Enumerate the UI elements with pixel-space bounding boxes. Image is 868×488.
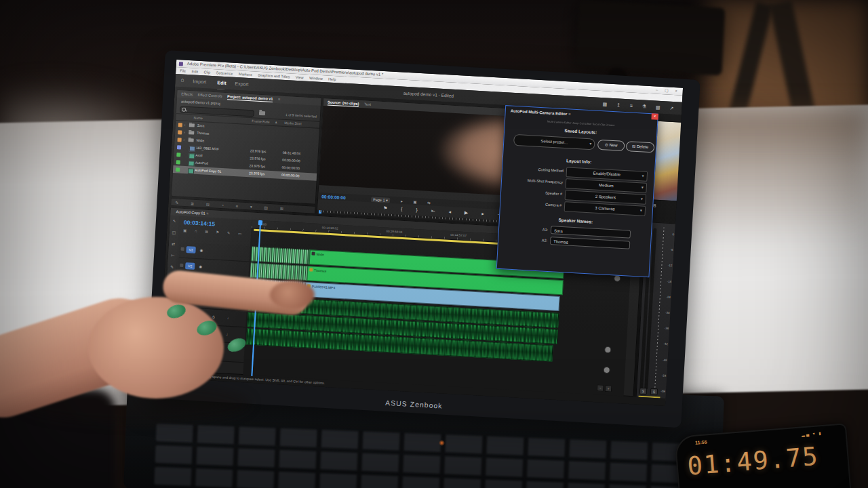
razor-tool[interactable]: ✄ — [168, 250, 178, 262]
hand-fist — [88, 297, 224, 399]
lock-icon[interactable] — [180, 264, 183, 267]
label-chip-orange[interactable] — [178, 123, 182, 127]
mark-out-icon[interactable]: } — [416, 207, 424, 213]
menu-markers[interactable]: Markers — [239, 72, 252, 77]
speaker-a2-label: A2: — [498, 236, 547, 243]
timeline-header-icons[interactable]: ▣ ∩ ⊠ ⚑ ✎ ▭ — [183, 228, 245, 236]
delete-preset-button[interactable]: ⊟ Delete — [626, 141, 655, 152]
play-icon[interactable]: ▶ — [465, 210, 475, 216]
toggle-track-output-icon[interactable]: ◉ — [199, 263, 202, 270]
speaker-a1-label: A1: — [499, 225, 548, 232]
menu-sequence[interactable]: Sequence — [216, 70, 233, 75]
voiceover-record-icon[interactable]: ♩ — [226, 331, 230, 338]
menu-window[interactable]: Window — [309, 76, 323, 81]
expand-icon[interactable]: › — [184, 129, 185, 136]
step-forward-icon[interactable]: ▸ — [481, 211, 490, 216]
chevron-down-icon: ▾ — [640, 195, 643, 203]
clip-label: P1000743.MP4 — [312, 284, 336, 289]
new-preset-button[interactable]: ⊙ New — [597, 140, 625, 151]
menu-clip[interactable]: Clip — [204, 70, 211, 75]
track-target-v2[interactable]: V2 — [185, 262, 195, 270]
label-chip-orange[interactable] — [178, 130, 182, 134]
timeline-tab-label[interactable]: AutoPod Copy 01 — [176, 209, 205, 215]
selection-tool[interactable]: ↖ — [170, 216, 179, 228]
expand-icon[interactable]: › — [184, 121, 186, 129]
chevron-down-icon: ▾ — [642, 172, 644, 181]
column-frame-rate[interactable]: Frame Rate — [252, 118, 270, 125]
v2-cut-slices[interactable] — [250, 263, 307, 281]
tab-text[interactable]: Text — [364, 102, 371, 106]
sort-asc-icon[interactable]: ∧ — [275, 119, 277, 125]
camera-count-label: Camera # — [500, 200, 561, 207]
menu-file[interactable]: File — [180, 68, 186, 73]
menu-graphics[interactable]: Graphics and Titles — [258, 73, 290, 79]
column-media-start[interactable]: Media Start — [284, 120, 302, 127]
solo-left-button[interactable]: S — [639, 388, 648, 395]
tab-effect-controls[interactable]: Effect Controls — [197, 93, 222, 98]
zoom-in-button[interactable]: + — [605, 385, 612, 392]
chevron-down-icon: ▾ — [639, 206, 642, 215]
column-name[interactable]: Name — [193, 115, 203, 121]
step-back-icon[interactable]: ◂ — [448, 209, 457, 215]
fx-badge — [309, 268, 313, 271]
row-name[interactable]: Sara — [197, 122, 205, 130]
multishot-frequency-label: Multi-Shot Frequency — [502, 177, 563, 184]
speaker-a2-input[interactable]: Thomas — [550, 237, 630, 249]
row-name[interactable]: AutoPod Copy 01 — [195, 167, 222, 176]
panel-menu-icon[interactable]: ≡ — [278, 97, 281, 101]
scale-6: -6 — [668, 242, 673, 258]
zoom-out-button[interactable]: − — [597, 384, 604, 392]
menu-help[interactable]: Help — [328, 77, 336, 81]
label-chip-blue[interactable] — [177, 145, 181, 149]
chevron-down-icon: ▾ — [641, 183, 644, 192]
go-to-in-icon[interactable]: ⇤ — [431, 208, 441, 214]
fingertip — [270, 281, 315, 309]
scale-48: -48 — [662, 352, 667, 368]
multishot-frequency-value: Medium — [599, 183, 614, 188]
panel-menu-icon[interactable]: ≡ — [206, 211, 209, 216]
solo-right-button[interactable]: S — [650, 388, 658, 396]
mark-in-icon[interactable]: { — [401, 207, 409, 212]
speaker-count-label: Speaker # — [501, 188, 562, 196]
stopwatch-timer: 01:49.75 — [686, 439, 858, 481]
tab-effects[interactable]: Effects — [181, 92, 193, 96]
menu-edit[interactable]: Edit — [192, 69, 199, 74]
scale-db: -dB — [660, 384, 665, 400]
label-chip-orange[interactable] — [178, 138, 182, 142]
scale-54: -54 — [661, 367, 667, 384]
row-name[interactable]: Aroll — [195, 152, 203, 160]
speaker-a1-input[interactable]: Sara — [551, 226, 631, 239]
speaker-names-heading: Speaker Names: — [500, 214, 652, 227]
ripple-edit-tool[interactable]: ⇄ — [169, 239, 178, 251]
bin-icon — [189, 123, 195, 127]
track-select-tool[interactable]: ◫ — [170, 227, 179, 239]
add-marker-icon[interactable]: ⚑ — [383, 205, 394, 211]
camera-monitor — [576, 0, 726, 75]
lock-icon[interactable] — [181, 247, 184, 251]
label-chip-green[interactable] — [176, 152, 180, 157]
scale-42: -42 — [663, 336, 668, 352]
expand-icon[interactable]: › — [183, 136, 184, 144]
scale-24: -24 — [665, 289, 671, 306]
panel-menu-icon[interactable]: ≡ — [568, 112, 571, 116]
label-chip-green[interactable] — [176, 160, 180, 164]
row-start: 00:00:00:00 — [281, 171, 300, 180]
new-bin-icon[interactable] — [259, 111, 265, 115]
sequence-icon — [188, 168, 194, 174]
sequence-icon — [189, 161, 195, 166]
phone-status-icons: ▂▄ ▾ ▮ — [802, 430, 823, 436]
ruler-tick: 00:14:59:02 — [321, 224, 338, 232]
row-name[interactable]: Wide — [196, 137, 204, 145]
project-panel: Effects Effect Controls Project: autopod… — [171, 89, 321, 205]
preset-dropdown[interactable]: Select preset... ▾ — [513, 134, 595, 150]
sequence-timecode[interactable]: 00:03:14:15 — [184, 219, 216, 228]
label-chip-green[interactable] — [176, 167, 180, 171]
track-target-v3[interactable]: V3 — [186, 246, 196, 253]
close-icon[interactable]: × — [651, 113, 658, 120]
autopod-panel-title: AutoPod Multi-Camera Editor ≡ — [511, 109, 571, 117]
toggle-track-output-icon[interactable]: ◉ — [199, 247, 203, 253]
v3-cut-slices[interactable] — [251, 247, 310, 265]
voiceover-record-icon[interactable]: ♩ — [227, 314, 231, 321]
menu-view[interactable]: View — [296, 75, 304, 80]
clip-label: Thomas — [314, 268, 326, 272]
